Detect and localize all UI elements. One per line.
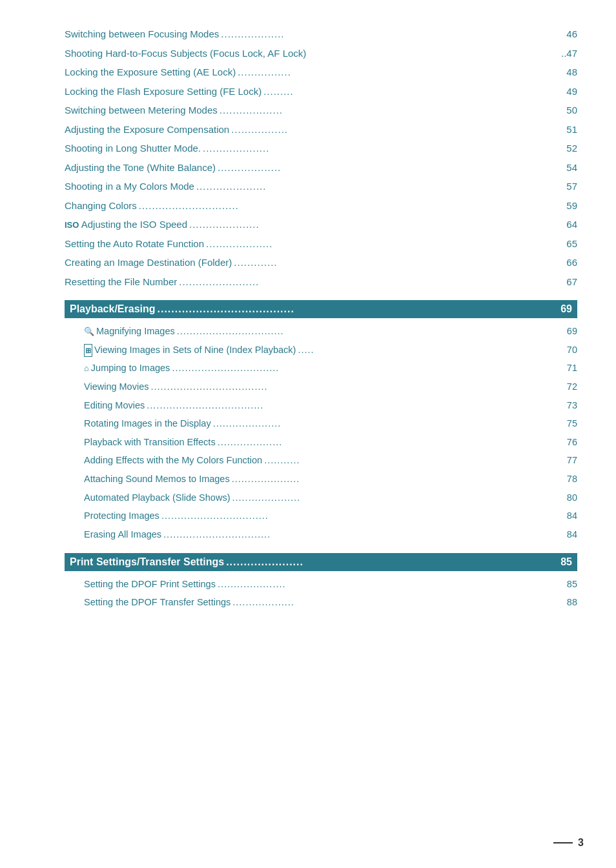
- entry-text: Playback with Transition Effects: [84, 434, 216, 450]
- dots: .......................................: [158, 303, 551, 315]
- entry-text: Resetting the File Number: [65, 274, 177, 290]
- page-num: 76: [558, 434, 577, 450]
- dots: ..............................: [139, 197, 556, 214]
- toc-entry-fe-lock[interactable]: Locking the Flash Exposure Setting (FE L…: [65, 83, 577, 100]
- toc-entry-dpof-print[interactable]: Setting the DPOF Print Settings ........…: [84, 576, 577, 592]
- toc-entry-jumping[interactable]: ⌂ Jumping to Images ....................…: [84, 360, 577, 376]
- page-num: 71: [558, 360, 577, 376]
- toc-entry-editing-movies[interactable]: Editing Movies .........................…: [84, 398, 577, 414]
- toc-entry-sound-memos[interactable]: Attaching Sound Memos to Images ........…: [84, 471, 577, 487]
- dots: ...................: [221, 26, 556, 43]
- page-num: 88: [558, 594, 577, 611]
- page-num: 77: [558, 452, 577, 469]
- dots: .....................: [218, 576, 556, 592]
- page-num: 72: [558, 379, 577, 395]
- toc-entry-protecting[interactable]: Protecting Images ......................…: [84, 508, 577, 524]
- entry-text: Viewing Images in Sets of Nine (Index Pl…: [94, 342, 296, 358]
- toc-entry-adding-effects[interactable]: Adding Effects with the My Colors Functi…: [84, 452, 577, 469]
- dots: .....................: [196, 178, 556, 195]
- entry-text: Setting the Auto Rotate Function: [65, 236, 204, 252]
- page-num: 48: [558, 64, 577, 81]
- page-num: 84: [558, 527, 577, 543]
- toc-entry-ae-lock[interactable]: Locking the Exposure Setting (AE Lock) .…: [65, 64, 577, 81]
- page-num: 70: [558, 342, 577, 358]
- toc-entry-dpof-transfer[interactable]: Setting the DPOF Transfer Settings .....…: [84, 594, 577, 611]
- toc-entry-my-colors[interactable]: Shooting in a My Colors Mode ...........…: [65, 178, 577, 195]
- dots: [308, 45, 556, 62]
- dots: ....................: [218, 434, 556, 450]
- toc-section-top: Switching between Focusing Modes .......…: [65, 26, 577, 290]
- section-header-print[interactable]: Print Settings/Transfer Settings .......…: [65, 553, 577, 571]
- entry-text: Setting the DPOF Transfer Settings: [84, 594, 231, 611]
- toc-section-playback: 🔍 Magnifying Images ....................…: [84, 323, 577, 543]
- toc-entry-switching-focusing[interactable]: Switching between Focusing Modes .......…: [65, 26, 577, 43]
- entry-text: Editing Movies: [84, 398, 145, 414]
- index-icon: ⊞: [84, 344, 92, 358]
- entry-text: Erasing All Images: [84, 527, 161, 543]
- dots: ....................: [203, 140, 556, 157]
- page-container: Switching between Focusing Modes .......…: [0, 0, 616, 868]
- entry-text: Magnifying Images: [96, 323, 175, 339]
- entry-text: Jumping to Images: [91, 360, 170, 376]
- dots: .................................: [161, 508, 556, 524]
- toc-entry-erasing-all[interactable]: Erasing All Images .....................…: [84, 527, 577, 543]
- toc-entry-auto-rotate[interactable]: Setting the Auto Rotate Function .......…: [65, 236, 577, 252]
- page-num: 49: [558, 83, 577, 100]
- toc-entry-file-number[interactable]: Resetting the File Number ..............…: [65, 274, 577, 290]
- entry-text: Attaching Sound Memos to Images: [84, 471, 230, 487]
- dots: .............: [234, 254, 556, 271]
- page-num: 84: [558, 508, 577, 524]
- toc-entry-image-destination[interactable]: Creating an Image Destination (Folder) .…: [65, 254, 577, 271]
- page-num: 64: [558, 216, 577, 233]
- entry-text: Adjusting the Exposure Compensation: [65, 121, 229, 138]
- entry-text: Switching between Focusing Modes: [65, 26, 219, 43]
- page-num: 80: [558, 490, 577, 506]
- page-num: 85: [558, 576, 577, 592]
- page-num: 50: [558, 102, 577, 119]
- toc-entry-index-playback[interactable]: ⊞ Viewing Images in Sets of Nine (Index …: [84, 342, 577, 358]
- entry-text: Viewing Movies: [84, 379, 149, 395]
- toc-entry-rotating[interactable]: Rotating Images in the Display .........…: [84, 416, 577, 432]
- page-num: 67: [558, 274, 577, 290]
- toc-entry-long-shutter[interactable]: Shooting in Long Shutter Mode. .........…: [65, 140, 577, 157]
- toc-entry-iso-speed[interactable]: ISO Adjusting the ISO Speed ............…: [65, 216, 577, 233]
- entry-text: Shooting in a My Colors Mode: [65, 178, 194, 195]
- dots: .....................: [213, 416, 556, 432]
- entry-text: Automated Playback (Slide Shows): [84, 490, 230, 506]
- entry-text: ISO Adjusting the ISO Speed: [65, 216, 187, 233]
- toc-entry-shooting-hard[interactable]: Shooting Hard-to-Focus Subjects (Focus L…: [65, 45, 577, 62]
- dots: ....................................: [147, 398, 556, 414]
- toc-entry-viewing-movies[interactable]: Viewing Movies .........................…: [84, 379, 577, 395]
- page-num: 73: [558, 398, 577, 414]
- dots: .........: [263, 83, 556, 100]
- toc-entry-changing-colors[interactable]: Changing Colors ........................…: [65, 197, 577, 214]
- toc-entry-transition-effects[interactable]: Playback with Transition Effects .......…: [84, 434, 577, 450]
- page-num: 59: [558, 197, 577, 214]
- entry-text: Locking the Exposure Setting (AE Lock): [65, 64, 236, 81]
- page-num: ..47: [558, 45, 577, 62]
- dots: ...........: [264, 452, 556, 469]
- entry-text: Adding Effects with the My Colors Functi…: [84, 452, 262, 469]
- dots: .....: [298, 342, 556, 358]
- entry-text: Changing Colors: [65, 197, 137, 214]
- page-num: 85: [553, 556, 572, 568]
- dots: ...................: [218, 159, 556, 176]
- jump-icon: ⌂: [84, 361, 89, 376]
- section-header-playback[interactable]: Playback/Erasing .......................…: [65, 300, 577, 318]
- toc-entry-magnifying[interactable]: 🔍 Magnifying Images ....................…: [84, 323, 577, 339]
- dots: .................................: [172, 360, 556, 376]
- toc-entry-slide-shows[interactable]: Automated Playback (Slide Shows) .......…: [84, 490, 577, 506]
- page-num: 69: [553, 303, 572, 315]
- page-num: 52: [558, 140, 577, 157]
- dots: .....................: [232, 490, 556, 506]
- entry-text: Adjusting the Tone (White Balance): [65, 159, 216, 176]
- page-num: 54: [558, 159, 577, 176]
- page-num: 65: [558, 236, 577, 252]
- page-num: 75: [558, 416, 577, 432]
- toc-entry-metering[interactable]: Switching between Metering Modes .......…: [65, 102, 577, 119]
- toc-entry-white-balance[interactable]: Adjusting the Tone (White Balance) .....…: [65, 159, 577, 176]
- dots: .................................: [163, 527, 556, 543]
- toc-entry-exposure-compensation[interactable]: Adjusting the Exposure Compensation ....…: [65, 121, 577, 138]
- page-num: 69: [558, 323, 577, 339]
- page-number: 3: [553, 837, 584, 849]
